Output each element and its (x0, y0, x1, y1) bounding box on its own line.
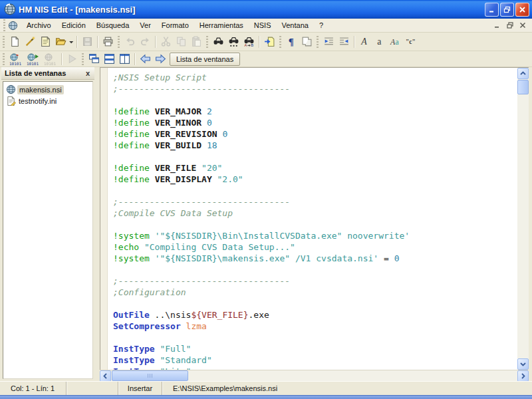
editor-zone: ;NSIS Setup Script;---------------------… (100, 67, 529, 381)
special-copy-button[interactable] (299, 35, 315, 49)
menu-item-formato[interactable]: Formato (156, 19, 194, 31)
vertical-scrollbar[interactable] (517, 67, 529, 370)
window-list-item[interactable]: makensis.nsi (5, 84, 91, 95)
compile-run-button[interactable]: 10101 (25, 52, 42, 66)
script-wizard-button[interactable] (38, 35, 53, 49)
code-line (108, 151, 517, 162)
window-bottom-border (0, 395, 532, 399)
open-folder-button[interactable] (53, 35, 68, 49)
code-line: InstType "Full" (108, 343, 517, 354)
toolbar-grip[interactable] (206, 36, 208, 48)
toolbar-grip[interactable] (3, 36, 5, 48)
cut-button[interactable] (158, 35, 174, 49)
toolbar-separator (76, 36, 78, 48)
print-button[interactable] (100, 35, 116, 49)
menu-item-edicion[interactable]: Edición (57, 19, 91, 31)
code-line: !system '"${NSISDIR}\Bin\InstallCVSData.… (108, 230, 517, 241)
paste-button[interactable] (189, 35, 204, 49)
vertical-scroll-thumb[interactable] (517, 80, 529, 94)
code-line: ;--------------------------------- (108, 196, 517, 207)
forward-button[interactable] (153, 52, 168, 66)
minimize-button[interactable] (485, 3, 499, 17)
run-icon (66, 53, 78, 65)
copy-button[interactable] (174, 35, 189, 49)
menu-item-herramientas[interactable]: Herramientas (194, 19, 249, 31)
tile-vertical-button[interactable] (117, 52, 132, 66)
mdi-close-button[interactable] (517, 21, 528, 30)
toolbar-grip[interactable] (82, 53, 84, 65)
window-list-item[interactable]: testnotify.ini (5, 95, 91, 106)
tile-horizontal-button[interactable] (102, 52, 117, 66)
paragraph-button[interactable]: ¶ (284, 35, 299, 49)
menu-item-archivo[interactable]: Archivo (21, 19, 57, 31)
undo-button[interactable] (122, 35, 138, 49)
undo-icon (124, 36, 136, 47)
open-folder-icon (55, 36, 66, 47)
wizard-button[interactable] (23, 35, 38, 49)
lowercase-button[interactable]: a (372, 35, 388, 49)
find-button[interactable] (211, 35, 226, 49)
replace-button[interactable]: AB (241, 35, 257, 49)
code-editor[interactable]: ;NSIS Setup Script;---------------------… (100, 67, 517, 370)
document-globe-icon[interactable] (8, 21, 18, 31)
toolbar-grip[interactable] (317, 36, 319, 48)
code-line: InstType "Standard" (108, 354, 517, 366)
scroll-up-icon[interactable] (517, 68, 529, 79)
uppercase-button[interactable]: A (357, 35, 372, 49)
code-lines: ;NSIS Setup Script;---------------------… (108, 72, 517, 370)
scroll-right-icon[interactable] (517, 370, 529, 382)
new-file-button[interactable] (7, 35, 23, 49)
mdi-restore-button[interactable] (505, 21, 515, 30)
quote-icon: "c" (405, 36, 416, 47)
toolbar-grip[interactable] (279, 36, 281, 48)
restore-button[interactable] (500, 3, 514, 17)
compile-button[interactable]: 10101 (7, 52, 25, 66)
code-line: !echo "Compiling CVS Data Setup..." (108, 241, 517, 253)
open-dropdown-caret-icon[interactable] (68, 35, 74, 49)
close-icon[interactable]: x (84, 69, 91, 77)
toolbar-grip[interactable] (3, 19, 5, 31)
compile-all-button[interactable]: 10101 (42, 52, 59, 66)
quote-button[interactable]: "c" (403, 35, 418, 49)
save-button[interactable] (80, 35, 95, 49)
unindent-icon (338, 36, 350, 47)
svg-text:10101: 10101 (9, 61, 21, 65)
mdi-minimize-button[interactable] (492, 21, 503, 30)
menu-item-busqueda[interactable]: Búsqueda (91, 19, 135, 31)
redo-button[interactable] (138, 35, 153, 49)
menu-item-ventana[interactable]: Ventana (277, 19, 314, 31)
horizontal-scroll-thumb[interactable] (112, 370, 188, 381)
find-icon (213, 36, 224, 47)
invert-case-button[interactable]: Aa (388, 35, 403, 49)
paragraph-icon: ¶ (286, 36, 297, 47)
scroll-down-icon[interactable] (517, 358, 529, 370)
run-button[interactable] (65, 52, 80, 66)
menu-item-nsis[interactable]: NSIS (249, 19, 277, 31)
cascade-button[interactable] (86, 52, 102, 66)
app-window: HM NIS Edit - [makensis.nsi] ArchivoEdic… (0, 0, 532, 399)
code-line: InstType "Lite" (108, 366, 517, 370)
close-button[interactable] (515, 3, 529, 17)
code-line: !define VER_BUILD 18 (108, 140, 517, 151)
horizontal-scrollbar[interactable] (100, 370, 529, 381)
window-list-button[interactable]: Lista de ventanas (170, 53, 240, 66)
toolbar-grip[interactable] (3, 53, 5, 65)
panel-splitter[interactable] (94, 67, 100, 381)
window-list: makensis.nsitestnotify.ini (3, 81, 93, 379)
scroll-left-icon[interactable] (100, 370, 111, 382)
code-line: !define VER_MINOR 0 (108, 117, 517, 128)
toolbar-grip[interactable] (118, 36, 120, 48)
code-line (108, 332, 517, 343)
menu-item-ver[interactable]: Ver (134, 19, 156, 31)
code-line: ;NSIS Setup Script (108, 72, 517, 83)
main-area: Lista de ventanas x makensis.nsitestnoti… (0, 67, 532, 381)
run-script-button[interactable] (262, 35, 277, 49)
svg-text:A: A (360, 37, 367, 47)
back-button[interactable] (138, 52, 153, 66)
find-next-button[interactable] (226, 35, 241, 49)
indent-button[interactable] (321, 35, 336, 49)
unindent-button[interactable] (336, 35, 352, 49)
editor-gutter (100, 68, 108, 370)
replace-icon: AB (243, 36, 255, 47)
menu-item-help[interactable]: ? (314, 19, 329, 31)
